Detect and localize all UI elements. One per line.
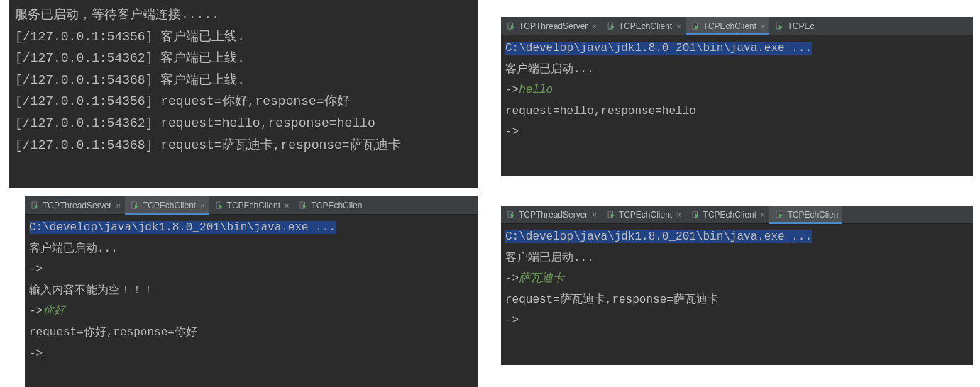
user-input: 萨瓦迪卡 [519, 272, 564, 285]
run-tabs: TCPThreadServer × TCPEchClient × TCPEchC… [25, 196, 478, 215]
console-line: -> [505, 122, 969, 143]
tab-label: TCPThreadServer [519, 21, 588, 31]
console-line: ->你好 [29, 301, 473, 322]
run-config-icon [31, 201, 40, 210]
run-config-icon [775, 210, 784, 219]
tab-label: TCPEchClien [311, 201, 362, 211]
run-tabs: TCPThreadServer × TCPEchClient × TCPEchC… [501, 17, 973, 35]
tab-tcpechclient-1[interactable]: TCPEchClient × [125, 196, 209, 214]
console-line: request=萨瓦迪卡,response=萨瓦迪卡 [505, 290, 969, 311]
console-line: [/127.0.0.1:54368] 客户端已上线. [15, 69, 472, 91]
close-icon[interactable]: × [285, 201, 289, 210]
console-line: -> [29, 259, 473, 281]
run-config-icon [507, 210, 516, 219]
close-icon[interactable]: × [761, 211, 765, 219]
tab-tcpechclient-3[interactable]: TCPEchClien [769, 206, 842, 223]
tab-label: TCPEchClien [787, 210, 838, 220]
server-console-panel: 服务已启动，等待客户端连接..... [/127.0.0.1:54356] 客户… [9, 0, 478, 188]
console-line: ->hello [505, 80, 969, 101]
user-input: 你好 [43, 305, 65, 318]
java-path: C:\develop\java\jdk1.8.0_201\bin\java.ex… [29, 221, 336, 234]
console-line: [/127.0.0.1:54356] request=你好,response=你… [15, 91, 472, 113]
tab-tcpechclient-2[interactable]: TCPEchClient × [686, 206, 770, 223]
client-console-panel-nihao: TCPThreadServer × TCPEchClient × TCPEchC… [25, 196, 478, 387]
console-output[interactable]: C:\develop\java\jdk1.8.0_201\bin\java.ex… [501, 224, 973, 335]
console-line: C:\develop\java\jdk1.8.0_201\bin\java.ex… [505, 227, 969, 248]
close-icon[interactable]: × [676, 22, 681, 30]
tab-tcpthreadserver[interactable]: TCPThreadServer × [501, 206, 601, 223]
run-config-icon [299, 201, 308, 210]
tab-label: TCPEchClient [703, 210, 756, 220]
text-caret [43, 345, 43, 358]
close-icon[interactable]: × [200, 201, 204, 210]
console-line: -> [505, 310, 969, 332]
run-tabs: TCPThreadServer × TCPEchClient × TCPEchC… [501, 206, 973, 224]
tab-tcpechclient-2[interactable]: TCPEchClient × [209, 196, 294, 214]
tab-tcpechclient-3[interactable]: TCPEchClien [293, 196, 366, 214]
run-config-icon [691, 21, 700, 30]
close-icon[interactable]: × [592, 22, 596, 30]
run-config-icon [507, 21, 516, 30]
close-icon[interactable]: × [592, 211, 596, 219]
run-config-icon [607, 210, 616, 219]
console-line: [/127.0.0.1:54362] 客户端已上线. [15, 47, 472, 69]
console-line: 输入内容不能为空！！！ [29, 281, 473, 302]
run-config-icon [131, 201, 140, 210]
console-line: -> [29, 344, 473, 365]
console-line: C:\develop\java\jdk1.8.0_201\bin\java.ex… [29, 218, 473, 239]
client-console-panel-hello: TCPThreadServer × TCPEchClient × TCPEchC… [501, 17, 973, 176]
tab-tcpechclient-3[interactable]: TCPEc [769, 17, 818, 35]
tab-label: TCPEchClient [619, 21, 672, 31]
tab-tcpthreadserver[interactable]: TCPThreadServer × [501, 17, 601, 35]
console-line: 客户端已启动... [505, 60, 969, 81]
java-path: C:\develop\java\jdk1.8.0_201\bin\java.ex… [505, 230, 812, 243]
run-config-icon [607, 21, 616, 30]
tab-label: TCPThreadServer [519, 210, 588, 220]
console-line: C:\develop\java\jdk1.8.0_201\bin\java.ex… [505, 38, 969, 60]
console-line: 服务已启动，等待客户端连接..... [15, 4, 472, 26]
tab-tcpechclient-1[interactable]: TCPEchClient × [601, 206, 686, 223]
console-line: 客户端已启动... [29, 239, 473, 260]
tab-tcpechclient-2[interactable]: TCPEchClient × [686, 17, 770, 35]
run-config-icon [775, 21, 784, 30]
console-line: [/127.0.0.1:54356] 客户端已上线. [15, 26, 472, 48]
console-output[interactable]: C:\develop\java\jdk1.8.0_201\bin\java.ex… [501, 35, 973, 146]
console-line: request=hello,response=hello [505, 101, 969, 123]
tab-label: TCPEc [787, 21, 814, 31]
close-icon[interactable]: × [761, 22, 765, 30]
close-icon[interactable]: × [116, 201, 120, 210]
tab-label: TCPEchClient [143, 201, 196, 211]
tab-label: TCPThreadServer [43, 201, 111, 211]
console-line: ->萨瓦迪卡 [505, 269, 969, 290]
console-line: 客户端已启动... [505, 248, 969, 269]
run-config-icon [215, 201, 224, 210]
user-input: hello [519, 84, 553, 96]
tab-tcpthreadserver[interactable]: TCPThreadServer × [25, 196, 125, 214]
tab-label: TCPEchClient [703, 21, 756, 31]
client-console-panel-sawadika: TCPThreadServer × TCPEchClient × TCPEchC… [501, 206, 973, 365]
console-line: [/127.0.0.1:54362] request=hello,respons… [15, 113, 472, 135]
console-line: [/127.0.0.1:54368] request=萨瓦迪卡,response… [15, 135, 472, 157]
close-icon[interactable]: × [676, 211, 681, 219]
tab-tcpechclient-1[interactable]: TCPEchClient × [601, 17, 686, 35]
console-output[interactable]: C:\develop\java\jdk1.8.0_201\bin\java.ex… [25, 215, 478, 367]
tab-label: TCPEchClient [227, 201, 280, 211]
run-config-icon [691, 210, 700, 219]
java-path: C:\develop\java\jdk1.8.0_201\bin\java.ex… [505, 42, 812, 55]
console-line: request=你好,response=你好 [29, 322, 473, 344]
tab-label: TCPEchClient [619, 210, 672, 220]
console-output[interactable]: 服务已启动，等待客户端连接..... [/127.0.0.1:54356] 客户… [9, 0, 478, 160]
